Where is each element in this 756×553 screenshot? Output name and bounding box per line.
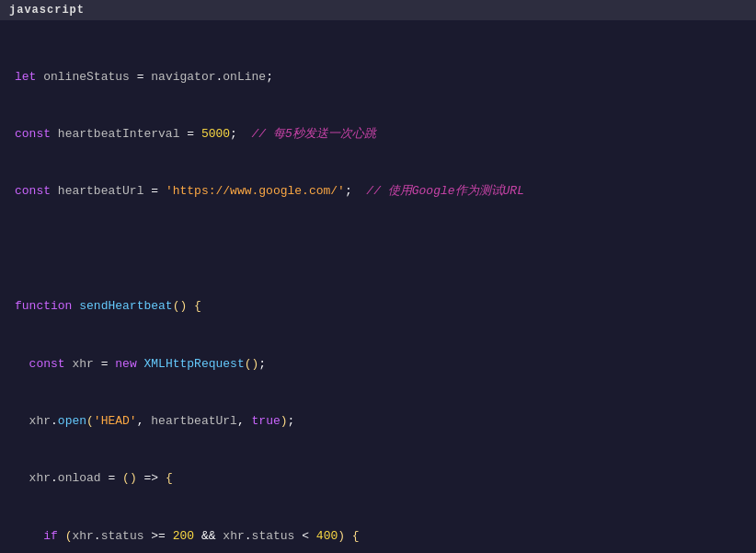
code-line-5: function sendHeartbeat() { [15, 297, 741, 317]
code-line-8: xhr.onload = () => { [15, 469, 741, 489]
code-editor: let onlineStatus = navigator.onLine; con… [0, 20, 756, 553]
code-line-1: let onlineStatus = navigator.onLine; [15, 68, 741, 87]
language-label: javascript [9, 4, 85, 17]
code-line-3: const heartbeatUrl = 'https://www.google… [15, 182, 741, 202]
title-bar: javascript [0, 0, 756, 20]
code-line-6: const xhr = new XMLHttpRequest(); [15, 355, 741, 374]
code-line-4 [15, 240, 741, 259]
code-line-2: const heartbeatInterval = 5000; // 每5秒发送… [15, 125, 741, 144]
code-line-9: if (xhr.status >= 200 && xhr.status < 40… [15, 527, 741, 547]
code-line-7: xhr.open('HEAD', heartbeatUrl, true); [15, 412, 741, 432]
